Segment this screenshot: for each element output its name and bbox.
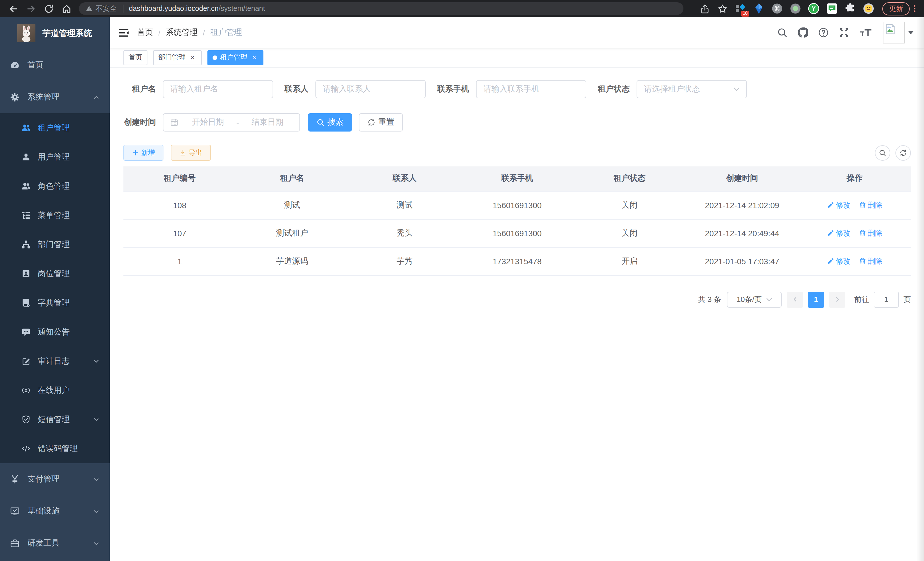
delete-link[interactable]: 删除 [859, 256, 883, 266]
browser-back-button[interactable] [9, 4, 18, 14]
browser-actions: 10⌘Y 更新 [696, 2, 920, 15]
avatar[interactable] [883, 22, 904, 44]
browser-update-button[interactable]: 更新 [882, 2, 910, 15]
sidebar-item-home[interactable]: 首页 [0, 49, 110, 81]
ext-chat-icon[interactable] [826, 3, 838, 14]
ext-emoji-icon[interactable] [863, 3, 874, 14]
status-select[interactable]: 请选择租户状态 [637, 80, 747, 98]
current-page[interactable]: 1 [808, 291, 824, 307]
address-bar[interactable]: 不安全 dashboard.yudao.iocoder.cn/system/te… [79, 2, 683, 15]
export-button[interactable]: 导出 [171, 145, 211, 161]
table-row: 108测试测试15601691300关闭2021-12-14 21:02:09修… [123, 191, 911, 219]
toggle-search-button[interactable] [875, 145, 890, 160]
column-header: 租户状态 [573, 166, 686, 191]
tab-租户管理[interactable]: 租户管理× [207, 50, 263, 65]
contact-input[interactable]: 请输入联系人 [315, 80, 426, 98]
refresh-table-button[interactable] [896, 145, 911, 160]
filter-row-2: 创建时间 开始日期 - 结束日期 搜索 重置 [123, 113, 911, 132]
sidebar-item-dept[interactable]: 部门管理 [0, 230, 110, 259]
sidebar-item-pay[interactable]: 支付管理 [0, 463, 110, 495]
omnibox-divider [123, 5, 123, 13]
goto-label: 前往 [854, 294, 869, 305]
sidebar-item-errorcode[interactable]: 错误码管理 [0, 434, 110, 463]
tab-首页[interactable]: 首页 [123, 50, 147, 65]
next-page-button[interactable] [829, 291, 845, 307]
sidebar-item-system[interactable]: 系统管理 [0, 81, 110, 113]
tenant-name-input[interactable]: 请输入租户名 [163, 80, 273, 98]
user-menu-caret-icon[interactable] [908, 31, 914, 34]
browser-toolbar: 不安全 dashboard.yudao.iocoder.cn/system/te… [0, 0, 924, 17]
search-icon [879, 149, 886, 156]
close-tab-icon[interactable]: × [189, 53, 196, 62]
sidebar-item-post[interactable]: 岗位管理 [0, 259, 110, 288]
sidebar-item-sms[interactable]: 短信管理 [0, 405, 110, 434]
cell-actions: 修改删除 [798, 219, 911, 247]
prev-page-button[interactable] [787, 291, 803, 307]
sidebar-item-devtool[interactable]: 研发工具 [0, 527, 110, 559]
sidebar-toggle-icon[interactable] [118, 27, 129, 38]
sidebar-item-notice[interactable]: 通知公告 [0, 317, 110, 347]
close-tab-icon[interactable]: × [250, 53, 258, 62]
edit-link[interactable]: 修改 [826, 256, 850, 266]
search-icon[interactable] [777, 27, 788, 38]
browser-forward-button[interactable] [26, 4, 36, 14]
sidebar-item-auditlog[interactable]: 审计日志 [0, 347, 110, 376]
goto-page: 前往 1 页 [854, 291, 911, 307]
svg-text:Y: Y [812, 5, 816, 12]
ext-cmd-icon[interactable]: ⌘ [771, 3, 783, 14]
delete-link[interactable]: 删除 [859, 200, 883, 210]
delete-icon [859, 257, 866, 265]
browser-menu-icon[interactable] [911, 4, 918, 13]
ext-y-icon[interactable]: Y [808, 3, 819, 14]
add-button[interactable]: 新增 [123, 145, 164, 161]
ext-tag-icon[interactable]: 10 [735, 3, 746, 14]
site-security[interactable]: 不安全 [86, 4, 117, 14]
bookmark-star-icon[interactable] [718, 4, 728, 14]
column-header: 创建时间 [686, 166, 798, 191]
sidebar-item-role[interactable]: 角色管理 [0, 171, 110, 201]
share-icon[interactable] [700, 4, 710, 14]
cell-status: 开启 [573, 247, 686, 275]
browser-home-button[interactable] [62, 4, 71, 14]
ext-dot-icon[interactable] [790, 3, 801, 14]
cell-contact: 测试 [348, 191, 461, 219]
breadcrumb-item[interactable]: 系统管理 [166, 27, 198, 38]
page-size-select[interactable]: 10条/页 [727, 291, 782, 307]
chevron-down-icon [93, 540, 99, 546]
sidebar-item-online[interactable]: 在线用户 [0, 376, 110, 405]
create-time-range-input[interactable]: 开始日期 - 结束日期 [163, 113, 300, 132]
placeholder: 请选择租户状态 [644, 84, 700, 94]
fullscreen-icon[interactable] [839, 27, 849, 38]
sidebar-item-menu[interactable]: 菜单管理 [0, 201, 110, 230]
toolbox-icon [10, 539, 20, 548]
edit-link[interactable]: 修改 [826, 228, 850, 238]
user-icon [22, 153, 30, 161]
shield-icon [22, 415, 30, 424]
browser-reload-button[interactable] [44, 4, 54, 14]
app-logo[interactable]: 芋道管理系统 [0, 17, 110, 49]
page-unit-label: 页 [903, 294, 911, 305]
delete-link[interactable]: 删除 [859, 228, 883, 238]
pagination: 共 3 条 10条/页 1 前往 1 页 [123, 291, 911, 307]
sidebar-item-user[interactable]: 用户管理 [0, 142, 110, 171]
sidebar-item-tenant[interactable]: 租户管理 [0, 113, 110, 142]
goto-page-input[interactable]: 1 [874, 291, 899, 307]
ext-kite-icon[interactable] [753, 3, 765, 14]
code-icon [22, 444, 30, 453]
sidebar-item-dict[interactable]: 字典管理 [0, 288, 110, 317]
search-button[interactable]: 搜索 [308, 113, 352, 132]
github-icon[interactable] [798, 27, 808, 38]
breadcrumb-item[interactable]: 首页 [137, 27, 153, 38]
sidebar-item-infra[interactable]: 基础设施 [0, 495, 110, 527]
reset-button[interactable]: 重置 [359, 113, 403, 132]
ext-puzzle-icon[interactable] [844, 3, 856, 14]
help-icon[interactable] [818, 27, 829, 38]
tab-部门管理[interactable]: 部门管理× [153, 50, 202, 65]
breadcrumb: 首页/系统管理/租户管理 [137, 27, 242, 38]
download-icon [179, 149, 186, 156]
font-size-icon[interactable] [860, 27, 872, 38]
chevron-down-icon [93, 508, 99, 514]
phone-input[interactable]: 请输入联系手机 [476, 80, 586, 98]
plus-icon [132, 149, 139, 156]
edit-link[interactable]: 修改 [826, 200, 850, 210]
